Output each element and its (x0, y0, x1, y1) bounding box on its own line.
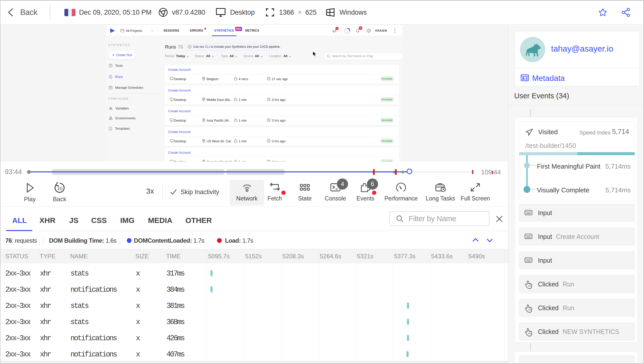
svg-text:10: 10 (57, 186, 62, 191)
